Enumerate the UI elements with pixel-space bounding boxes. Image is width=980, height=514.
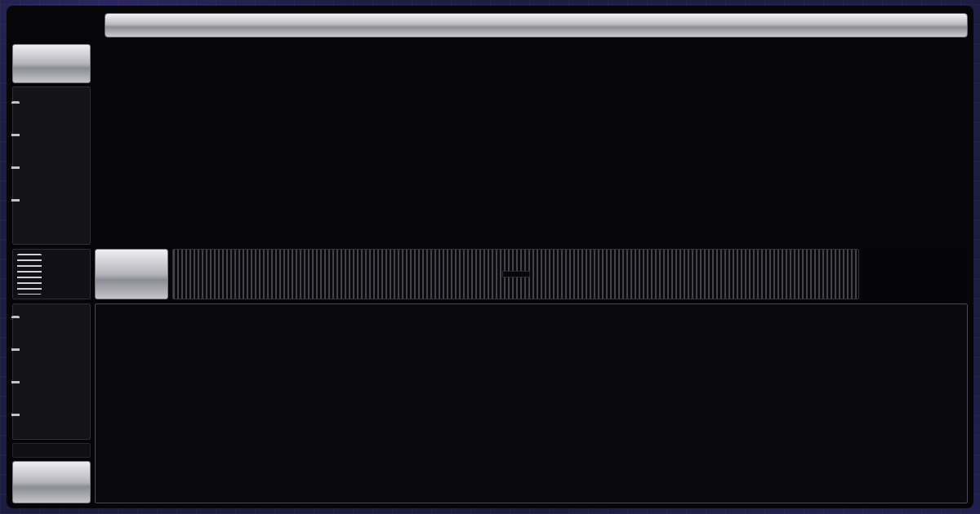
page-background [0,0,980,514]
pcie-lane-ticks [17,254,42,295]
display-pipes-upper [12,86,91,245]
memory-fabric [863,249,968,299]
copy-engine [95,249,168,299]
die-diagram [7,6,973,508]
pci-express-label [43,252,87,296]
display-engine-column [12,44,91,245]
global-dispatch-bar [105,13,968,38]
die-grid [12,44,968,503]
pci-express-block [12,249,91,299]
l2-cache-label [502,271,530,277]
interconnect-row [95,249,968,299]
media-engine [95,304,968,504]
sidebar-stub-block [12,443,91,458]
display-pipes-lower [12,304,91,441]
header-row [12,11,968,40]
l2-cache-band [172,249,859,299]
display-engine-label [12,44,91,83]
top-render-slices-row [95,44,968,245]
memory-controller-label [12,461,91,503]
memory-controller-column [12,304,91,504]
bottom-row [95,304,968,504]
